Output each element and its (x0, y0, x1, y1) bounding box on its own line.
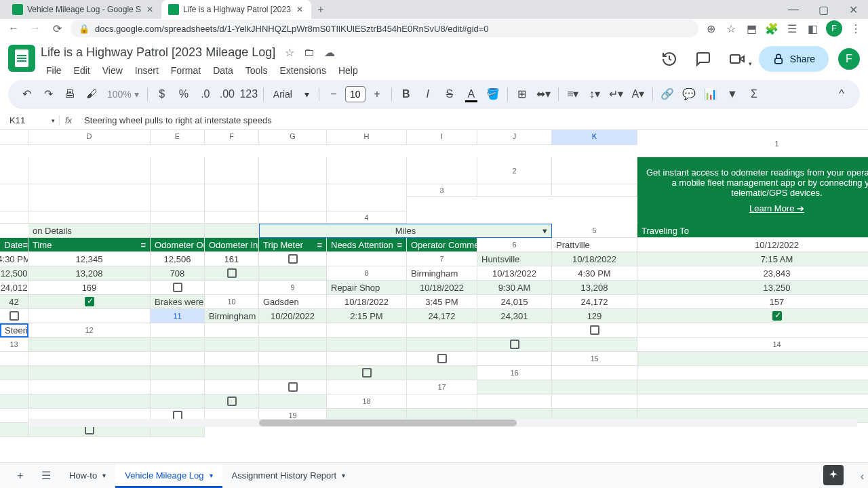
cell[interactable] (552, 157, 637, 184)
currency-icon[interactable]: $ (152, 84, 172, 104)
menu-data[interactable]: Data (208, 62, 239, 79)
bold-icon[interactable]: B (396, 84, 416, 104)
increase-font-icon[interactable]: + (367, 84, 387, 104)
column-header[interactable]: Operator Comments≡ (407, 238, 477, 252)
increase-decimal-icon[interactable]: .00 (217, 84, 237, 104)
cell-time[interactable]: 7:15 AM (637, 252, 868, 266)
cell[interactable] (637, 380, 868, 394)
readlist-icon[interactable]: ☰ (785, 22, 799, 35)
row-header[interactable]: 10 (205, 295, 259, 309)
cell[interactable] (0, 394, 28, 409)
cell-attention[interactable] (259, 252, 327, 266)
zoom-icon[interactable]: ⊕ (704, 22, 717, 35)
cell-time[interactable]: 3:45 PM (407, 295, 477, 309)
cell[interactable] (28, 211, 151, 224)
row-header[interactable]: 13 (0, 338, 28, 352)
cell[interactable] (552, 366, 637, 380)
cell-attention[interactable] (0, 309, 28, 323)
cell-odometer-out[interactable]: 24,172 (407, 309, 477, 323)
share-button[interactable]: Share (759, 46, 829, 72)
cell-to[interactable]: Huntsville (477, 252, 552, 266)
cell[interactable] (205, 211, 259, 224)
cell[interactable] (637, 323, 868, 338)
menu-insert[interactable]: Insert (130, 62, 164, 79)
add-sheet-button[interactable]: + (8, 464, 33, 488)
halign-icon[interactable]: ≡▾ (563, 84, 583, 104)
name-box[interactable]: K11▾ (5, 115, 60, 125)
col-header[interactable]: G (259, 130, 327, 145)
cell-trip[interactable]: 129 (552, 309, 637, 323)
cell[interactable] (205, 380, 259, 394)
decrease-decimal-icon[interactable]: .0 (195, 84, 216, 104)
cell-odometer-out[interactable]: 12,500 (0, 266, 28, 281)
cell[interactable] (259, 394, 327, 409)
cell-odometer-in[interactable]: 13,250 (637, 281, 868, 295)
cell-trip[interactable]: 169 (28, 281, 151, 295)
cell[interactable] (552, 338, 637, 352)
sheets-logo[interactable] (8, 45, 35, 72)
history-icon[interactable] (657, 47, 682, 71)
address-bar[interactable]: 🔒 docs.google.com/spreadsheets/d/1-YelkJ… (71, 20, 698, 37)
row-header[interactable]: 16 (477, 366, 552, 380)
close-icon[interactable]: ✕ (295, 5, 304, 14)
cell[interactable] (327, 352, 407, 366)
cell-comment[interactable] (28, 309, 151, 323)
cell[interactable] (28, 366, 151, 380)
cell-trip[interactable]: 42 (0, 295, 28, 309)
wrap-icon[interactable]: ↵▾ (606, 84, 627, 104)
row-header[interactable]: 5 (552, 224, 637, 238)
cell-time[interactable]: 4:30 PM (0, 252, 28, 266)
cell-attention[interactable] (407, 352, 477, 366)
cell-date[interactable]: 10/12/2022 (637, 238, 868, 252)
cell[interactable] (151, 184, 205, 211)
paint-format-icon[interactable]: 🖌 (81, 84, 102, 104)
cell-attention[interactable] (205, 266, 259, 281)
cell[interactable] (205, 323, 259, 338)
minimize-icon[interactable]: — (778, 0, 808, 19)
cell-time[interactable]: 9:30 AM (477, 281, 552, 295)
cell-date[interactable]: 10/18/2022 (327, 295, 407, 309)
star-icon[interactable]: ☆ (724, 22, 738, 35)
sheet-tab[interactable]: Vehicle Mileage Log▾ (115, 464, 222, 488)
cell-attention[interactable] (259, 380, 327, 394)
cell-comment[interactable]: Brakes were squealing on interstate. Too… (151, 295, 205, 309)
cell[interactable] (259, 352, 327, 366)
cell-odometer-out[interactable]: 24,015 (477, 295, 552, 309)
cell-date[interactable]: 10/18/2022 (552, 252, 637, 266)
cell[interactable] (477, 352, 552, 366)
col-header[interactable]: K (552, 130, 637, 145)
merge-icon[interactable]: ⬌▾ (534, 84, 554, 104)
cell-comment[interactable] (327, 252, 407, 266)
column-header[interactable]: Date≡ (0, 238, 28, 252)
cell[interactable] (151, 323, 205, 338)
col-header[interactable]: H (327, 130, 407, 145)
rotate-icon[interactable]: A▾ (628, 84, 648, 104)
text-color-icon[interactable]: A (461, 84, 481, 104)
fill-color-icon[interactable]: 🪣 (483, 84, 503, 104)
cloud-icon[interactable]: ☁ (324, 46, 335, 59)
row-header[interactable]: 11 (151, 309, 205, 323)
zoom-select[interactable]: 100%▾ (103, 89, 143, 100)
cell-odometer-in[interactable]: 24,012 (0, 281, 28, 295)
chart-icon[interactable]: 📊 (701, 84, 721, 104)
column-header[interactable]: Time≡ (28, 238, 151, 252)
back-icon[interactable]: ← (5, 20, 22, 37)
insert-comment-icon[interactable]: 💬 (679, 84, 699, 104)
cell-to[interactable]: Birmingham (407, 266, 477, 281)
row-header[interactable]: 15 (552, 352, 637, 366)
cell-trip[interactable]: 161 (205, 252, 259, 266)
font-select[interactable]: Arial▾ (268, 89, 315, 100)
column-header[interactable]: Odometer In≡ (205, 238, 259, 252)
sidepanel-icon[interactable]: ◧ (806, 22, 819, 35)
font-size-input[interactable] (345, 86, 366, 102)
column-header[interactable]: Trip Meter≡ (259, 238, 327, 252)
row-header[interactable]: 6 (477, 238, 552, 252)
cell-attention[interactable] (205, 394, 259, 409)
row-header[interactable]: 7 (407, 252, 477, 266)
cell[interactable] (151, 380, 205, 394)
cell[interactable] (477, 394, 552, 409)
menu-view[interactable]: View (97, 62, 128, 79)
browser-tab[interactable]: Vehicle Mileage Log - Google S ✕ (5, 0, 161, 19)
valign-icon[interactable]: ↕▾ (585, 84, 605, 104)
row-header[interactable]: 14 (637, 338, 868, 352)
